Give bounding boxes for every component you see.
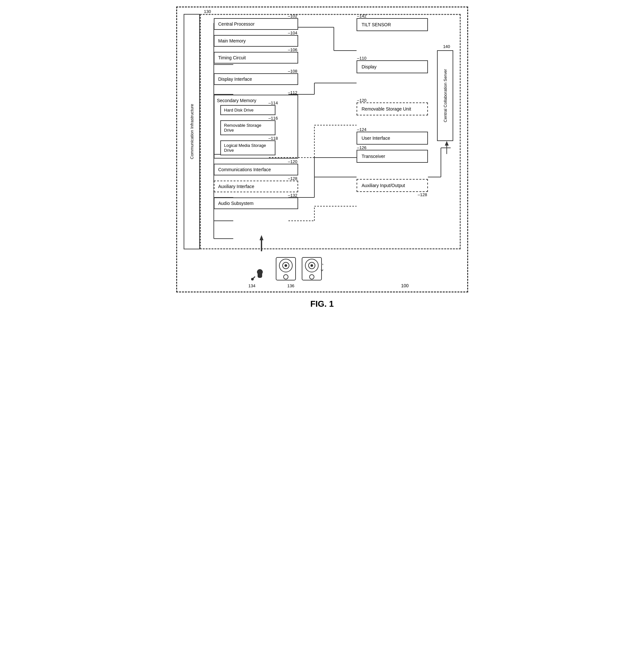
secondary-memory-label: Secondary Memory <box>217 98 295 103</box>
speakers-group: 136 <box>274 256 323 282</box>
display-box: Display –110 <box>356 60 428 73</box>
audio-arrow <box>258 235 265 252</box>
svg-rect-34 <box>258 272 262 278</box>
ref-142: –142 <box>357 14 367 18</box>
server-arrow-svg <box>437 141 457 154</box>
ref-128-right: –128 <box>418 192 427 197</box>
ref-140-label: 140 <box>437 44 457 49</box>
audio-subsystem-wrapper: Audio Subsystem –132 <box>214 197 298 209</box>
display-wrapper: Display –110 <box>356 60 435 73</box>
secondary-memory-wrapper: –112 Secondary Memory Hard Disk Drive –1… <box>214 95 298 158</box>
timing-circuit-label: Timing Circuit <box>218 55 246 60</box>
ref-114: –114 <box>269 100 278 106</box>
removable-drive-wrapper: Removable Storage Drive –116 <box>220 120 295 135</box>
svg-marker-48 <box>260 235 263 240</box>
removable-unit-wrapper: Removable Storage Unit –120 <box>356 102 435 115</box>
transceiver-wrapper: Transceiver –126 <box>356 150 435 163</box>
audio-subsystem-box: Audio Subsystem –132 <box>214 197 298 209</box>
ref-120-right: –120 <box>357 98 367 103</box>
mic-ref: 134 <box>249 283 256 288</box>
timing-circuit-box: Timing Circuit –106 <box>214 52 298 63</box>
aux-interface-label: Auxiliary Interface <box>218 184 254 189</box>
ref-106: –106 <box>288 48 297 52</box>
tilt-sensor-box: TILT SENSOR –142 <box>356 18 428 31</box>
svg-point-36 <box>251 278 254 281</box>
display-interface-label: Display Interface <box>218 77 252 82</box>
secondary-memory-group: –112 Secondary Memory Hard Disk Drive –1… <box>214 95 298 158</box>
bottom-icons-area: 134 <box>184 256 461 282</box>
diagram-content: Central Processor –102 Main Memory –104 <box>204 18 457 245</box>
ref-112: –112 <box>288 90 297 95</box>
ref-128: –128 <box>288 176 297 181</box>
svg-point-40 <box>284 264 287 267</box>
transceiver-label: Transceiver <box>362 154 385 159</box>
microphone-icon <box>249 269 265 282</box>
display-label: Display <box>362 64 377 70</box>
microphone-group: 134 <box>249 269 265 282</box>
ref-132: –132 <box>288 193 297 198</box>
central-processor-label: Central Processor <box>218 21 255 26</box>
inner-dashed-box: 130 <box>200 14 461 249</box>
aux-io-label: Auxiliary Input/Output <box>362 183 405 188</box>
aux-io-box: Auxiliary Input/Output –128 <box>356 179 428 192</box>
main-memory-label: Main Memory <box>218 38 246 43</box>
speaker-ref: 136 <box>288 283 295 288</box>
ref-124: –124 <box>357 127 367 132</box>
speaker1-icon <box>274 256 297 282</box>
logical-media-label: Logical Media Storage Drive <box>224 143 266 153</box>
figure-label: FIG. 1 <box>176 299 468 309</box>
svg-line-35 <box>253 277 255 279</box>
logical-media-box: Logical Media Storage Drive –118 <box>220 140 275 155</box>
tilt-sensor-wrapper: TILT SENSOR –142 <box>356 18 435 31</box>
page-container: Communication Infrastructure 130 <box>176 6 468 309</box>
ref-108: –108 <box>288 69 297 74</box>
ref-104: –104 <box>288 31 297 35</box>
user-interface-box: User Interface –124 <box>356 132 428 145</box>
ref-116: –116 <box>269 116 278 120</box>
display-interface-box: Display Interface –108 <box>214 73 298 85</box>
removable-drive-label: Removable Storage Drive <box>224 123 261 133</box>
server-col: 140 Central Collaboration Server <box>437 44 457 154</box>
speaker2-icon <box>300 256 323 282</box>
comm-interface-box: Communications Interface –120 <box>214 164 298 175</box>
svg-point-41 <box>283 274 288 279</box>
transceiver-box: Transceiver –126 <box>356 150 428 163</box>
ref-comm-120: –120 <box>288 159 297 164</box>
ref-126: –126 <box>357 145 367 150</box>
comm-infra-label: Communication Infrastructure <box>189 104 194 159</box>
removable-unit-label: Removable Storage Unit <box>362 106 411 112</box>
ref-110: –110 <box>357 56 367 61</box>
comm-interface-wrapper: Communications Interface –120 <box>214 164 298 175</box>
display-interface-wrapper: Display Interface –108 <box>214 73 298 85</box>
comm-interface-label: Communications Interface <box>218 167 271 172</box>
hard-disk-wrapper: Hard Disk Drive –114 <box>220 105 295 115</box>
user-interface-label: User Interface <box>362 135 390 141</box>
timing-circuit-wrapper: Timing Circuit –106 <box>214 52 298 63</box>
aux-interface-box: Auxiliary Interface –128 <box>214 180 298 192</box>
removable-unit-box: Removable Storage Unit –120 <box>356 102 428 115</box>
ref-130: 130 <box>204 9 211 14</box>
right-components: TILT SENSOR –142 Display –110 <box>356 18 435 192</box>
ref-100: 100 <box>401 283 408 288</box>
central-processor-box: Central Processor –102 <box>214 18 298 30</box>
ref-118: –118 <box>269 136 278 141</box>
svg-point-46 <box>310 274 314 279</box>
audio-subsystem-label: Audio Subsystem <box>218 201 254 206</box>
logical-media-wrapper: Logical Media Storage Drive –118 <box>220 140 295 155</box>
left-components: Central Processor –102 Main Memory –104 <box>214 18 298 209</box>
aux-io-wrapper: Auxiliary Input/Output –128 <box>356 179 435 192</box>
svg-point-45 <box>311 264 313 267</box>
central-processor-wrapper: Central Processor –102 <box>214 18 298 30</box>
sub-boxes: Hard Disk Drive –114 Removable Storage D… <box>217 105 295 155</box>
aux-interface-wrapper: Auxiliary Interface –128 <box>214 180 298 192</box>
tilt-sensor-label: TILT SENSOR <box>362 22 391 27</box>
comm-infra-bar: Communication Infrastructure <box>184 14 200 249</box>
main-memory-box: Main Memory –104 <box>214 35 298 47</box>
audio-arrow-svg <box>258 235 265 251</box>
main-memory-wrapper: Main Memory –104 <box>214 35 298 47</box>
server-label: Central Collaboration Server <box>443 69 447 122</box>
hard-disk-box: Hard Disk Drive –114 <box>220 105 275 115</box>
diagram-outer: Communication Infrastructure 130 <box>176 6 468 292</box>
hard-disk-label: Hard Disk Drive <box>224 108 254 113</box>
user-interface-wrapper: User Interface –124 <box>356 132 435 145</box>
